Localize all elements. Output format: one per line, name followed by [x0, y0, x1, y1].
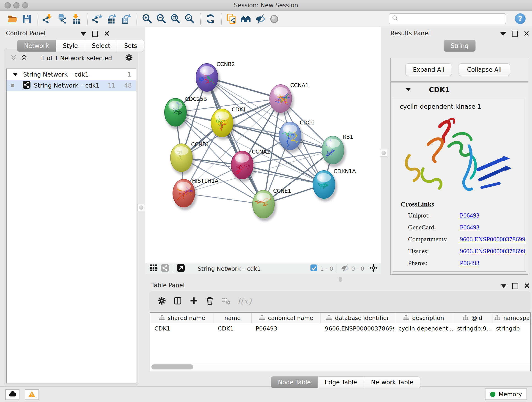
- application-window: Session: New Session ? Control Panel Net…: [0, 0, 532, 402]
- network-node-HIST1H1A[interactable]: HIST1H1A: [173, 178, 218, 210]
- network-node-CCNB2[interactable]: CCNB2: [196, 61, 235, 95]
- network-node-CDKN1A[interactable]: CDKN1A: [313, 168, 356, 201]
- column-header-database-identifier[interactable]: database identifier: [321, 313, 394, 323]
- table-toolbar: f(x): [149, 291, 531, 311]
- crosslink-value-link[interactable]: P06493: [460, 212, 480, 219]
- tab-sets[interactable]: Sets: [117, 40, 144, 52]
- network-graph[interactable]: CCNB2 CCNA1 CDC25B CDK1 CDC6: [145, 27, 381, 263]
- crosslink-row: Tissues:9606.ENSP00000378699: [408, 248, 526, 255]
- cloud-button[interactable]: [5, 389, 19, 400]
- delete-table-icon[interactable]: [221, 296, 230, 306]
- network-row[interactable]: String Network – cdk1 11 48: [7, 80, 136, 91]
- import-table-icon[interactable]: [70, 12, 83, 26]
- zoom-in-icon[interactable]: [140, 12, 153, 26]
- column-header-name[interactable]: name: [214, 313, 252, 323]
- delete-column-trash-icon[interactable]: [205, 296, 215, 306]
- close-panel-icon[interactable]: [524, 283, 530, 289]
- close-panel-icon[interactable]: [104, 31, 109, 37]
- show-columns-icon[interactable]: [173, 296, 182, 306]
- crosslink-value-link[interactable]: 9606.ENSP00000378699: [460, 236, 525, 243]
- copy-network-icon[interactable]: [225, 12, 238, 26]
- table-settings-gear-icon[interactable]: [157, 296, 166, 306]
- table-cell: 9606.ENSP00000378699: [321, 323, 394, 334]
- tab-select[interactable]: Select: [85, 40, 117, 52]
- show-all-icon[interactable]: [268, 12, 281, 26]
- refresh-icon[interactable]: [204, 12, 217, 26]
- scrollbar-thumb[interactable]: [152, 364, 193, 370]
- collapse-panel-icon[interactable]: [501, 284, 506, 288]
- result-entry-header[interactable]: CDK1: [391, 83, 528, 97]
- table-cell: stringdb: [492, 323, 530, 334]
- horizontal-splitter-handle[interactable]: [339, 277, 342, 282]
- crosslink-value-link[interactable]: P06493: [460, 259, 480, 267]
- collapse-all-networks-icon[interactable]: [9, 54, 18, 63]
- warning-icon: [28, 390, 36, 399]
- tree-expander-icon[interactable]: [13, 73, 18, 76]
- network-node-label: CDC25B: [185, 96, 207, 102]
- network-node-CCNE1[interactable]: CCNE1: [250, 188, 291, 221]
- tab-edge-table[interactable]: Edge Table: [318, 376, 364, 388]
- float-panel-icon[interactable]: [92, 31, 98, 37]
- help-icon[interactable]: ?: [515, 13, 526, 24]
- network-node-CCNA2[interactable]: CCNA2: [231, 148, 270, 182]
- network-collection-row[interactable]: String Network – cdk1 1: [7, 69, 136, 80]
- crosslink-label: Tissues:: [408, 248, 460, 255]
- hidden-eye-icon[interactable]: [341, 264, 349, 274]
- float-panel-icon[interactable]: [512, 31, 518, 37]
- add-column-icon[interactable]: [189, 296, 198, 306]
- warnings-button[interactable]: [25, 389, 39, 400]
- zoom-selected-icon[interactable]: [183, 12, 196, 26]
- open-view-icon[interactable]: [177, 264, 185, 274]
- entry-expander-icon[interactable]: [406, 88, 411, 91]
- collapse-all-button[interactable]: Collapse All: [459, 64, 510, 76]
- network-share-icon[interactable]: [161, 264, 169, 274]
- float-panel-icon[interactable]: [512, 283, 518, 289]
- zoom-out-icon[interactable]: [154, 12, 168, 26]
- network-canvas[interactable]: CCNB2 CCNA1 CDC25B CDK1 CDC6: [145, 27, 381, 263]
- column-header-description[interactable]: description: [394, 313, 453, 323]
- table-row[interactable]: CDK1CDK1P064939606.ENSP00000378699cyclin…: [150, 323, 530, 334]
- birds-eye-grid-icon[interactable]: [149, 264, 158, 274]
- column-header-canonical-name[interactable]: canonical name: [252, 313, 321, 323]
- column-header-namespac[interactable]: namespac: [492, 313, 530, 323]
- function-builder-icon[interactable]: f(x): [237, 297, 252, 306]
- close-panel-icon[interactable]: [524, 31, 529, 37]
- column-header--id[interactable]: @id: [453, 313, 492, 323]
- collapse-panel-icon[interactable]: [500, 32, 506, 36]
- show-neighbors-icon[interactable]: [239, 12, 253, 26]
- gear-icon[interactable]: [125, 54, 133, 63]
- column-header-shared-name[interactable]: shared name: [150, 313, 214, 323]
- import-database-icon[interactable]: [56, 12, 69, 26]
- tab-node-table[interactable]: Node Table: [271, 376, 318, 388]
- network-node-CCNA1[interactable]: CCNA1: [270, 82, 309, 115]
- tab-network[interactable]: Network: [17, 40, 56, 52]
- left-splitter-handle[interactable]: [138, 204, 145, 211]
- pan-crosshair-icon[interactable]: [369, 264, 378, 274]
- memory-button[interactable]: Memory: [485, 389, 527, 400]
- hide-selected-icon[interactable]: [253, 12, 267, 26]
- right-splitter-handle[interactable]: [380, 149, 387, 157]
- export-network-icon[interactable]: [91, 12, 104, 26]
- zoom-fit-icon[interactable]: [169, 12, 182, 26]
- export-image-icon[interactable]: [119, 12, 133, 26]
- network-node-RB1[interactable]: RB1: [322, 134, 353, 167]
- save-session-icon[interactable]: [20, 12, 33, 26]
- search-input[interactable]: [399, 14, 506, 23]
- column-label: @id: [472, 315, 482, 321]
- selected-checkbox-icon[interactable]: [310, 264, 318, 274]
- crosslink-value-link[interactable]: P06493: [460, 224, 480, 231]
- tab-string[interactable]: String: [443, 40, 476, 52]
- open-session-icon[interactable]: [6, 12, 19, 26]
- table-horizontal-scrollbar[interactable]: [150, 363, 530, 371]
- collapse-panel-icon[interactable]: [81, 32, 86, 36]
- expand-all-button[interactable]: Expand All: [405, 64, 452, 76]
- network-node-label: CCNB1: [191, 141, 209, 148]
- network-node-CCNB1[interactable]: CCNB1: [171, 141, 209, 175]
- import-network-icon[interactable]: [41, 12, 55, 26]
- tab-network-table[interactable]: Network Table: [364, 376, 420, 388]
- node-table: shared namenamecanonical namedatabase id…: [150, 313, 531, 371]
- crosslink-value-link[interactable]: 9606.ENSP00000378699: [460, 248, 525, 255]
- export-table-icon[interactable]: [105, 12, 118, 26]
- expand-all-networks-icon[interactable]: [20, 54, 28, 63]
- tab-style[interactable]: Style: [56, 40, 85, 52]
